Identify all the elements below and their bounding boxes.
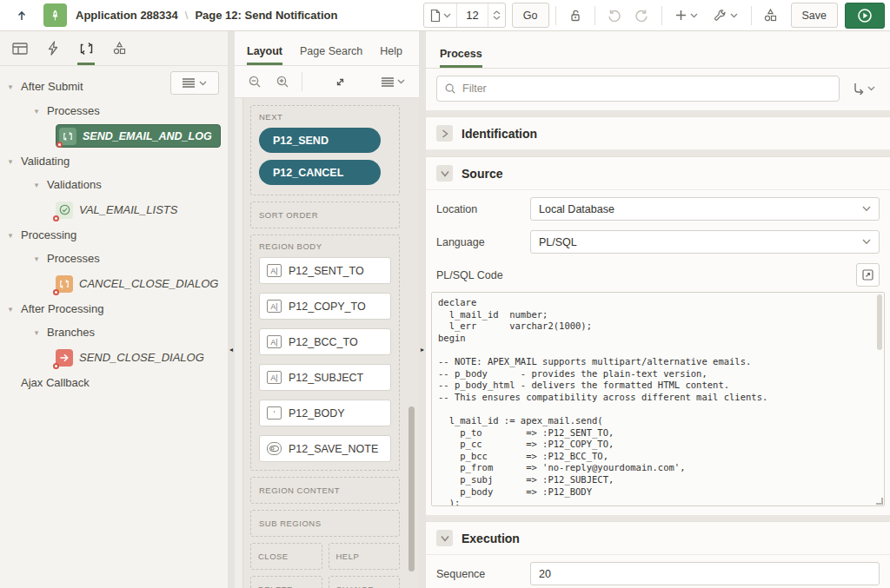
tree-label: CANCEL_CLOSE_DIALOG xyxy=(79,277,218,290)
tree-group-branches[interactable]: ▾ Branches xyxy=(3,320,221,344)
code-scrollbar[interactable] xyxy=(877,294,882,350)
text-field-icon: A| xyxy=(267,300,282,313)
plsql-code-editor[interactable]: declare l_mail_id number; l_err varchar2… xyxy=(431,292,885,506)
layout-scrollbar[interactable] xyxy=(408,406,415,571)
position-label: REGION BODY xyxy=(259,241,391,251)
chevron-down-icon[interactable]: ▾ xyxy=(5,83,16,91)
chevron-down-icon[interactable] xyxy=(436,165,453,182)
sequence-input[interactable]: 20 xyxy=(530,562,880,585)
error-badge xyxy=(53,363,59,369)
tree-group-ajax-callback[interactable]: Ajax Callback xyxy=(3,371,221,394)
rendering-tree-panel: ▾ After Submit ▾ Processes SEND_EMAIL_AN… xyxy=(0,31,228,588)
chevron-right-icon[interactable] xyxy=(436,125,453,142)
filter-field[interactable] xyxy=(436,76,840,102)
close-position-button[interactable]: CLOSE xyxy=(250,543,322,570)
location-select[interactable]: Local Database xyxy=(530,197,880,221)
language-label: Language xyxy=(436,236,530,248)
tree-group-processes[interactable]: ▾ Processes xyxy=(3,99,221,122)
redo-icon[interactable] xyxy=(629,3,655,28)
error-badge xyxy=(53,215,59,221)
create-menu-button[interactable] xyxy=(668,3,705,28)
middle-panel-tabs: Layout Page Search Help xyxy=(235,31,419,66)
tree-node-send-email-and-log[interactable]: SEND_EMAIL_AND_LOG xyxy=(3,122,221,149)
page-selector: 12 xyxy=(423,3,505,28)
filter-input[interactable] xyxy=(462,83,832,95)
tree-group-validations[interactable]: ▾ Validations xyxy=(3,173,221,196)
tab-help[interactable]: Help xyxy=(380,45,402,65)
undo-icon[interactable] xyxy=(601,3,628,28)
delete-position-button[interactable]: DELETE xyxy=(250,576,322,588)
region-body-position: REGION BODY A| P12_SENT_TO A| P12_COPY_T… xyxy=(250,235,400,471)
tree-menu-button[interactable] xyxy=(170,71,219,95)
expand-icon[interactable] xyxy=(328,69,354,94)
resize-handle-icon[interactable] xyxy=(876,498,883,505)
shared-components-icon[interactable] xyxy=(758,3,784,28)
collapse-left-icon[interactable]: ◂ xyxy=(228,342,235,356)
tree-node-cancel-close-dialog[interactable]: CANCEL_CLOSE_DIALOG xyxy=(3,270,221,297)
chevron-down-icon[interactable]: ▾ xyxy=(5,231,16,240)
zoom-in-icon[interactable] xyxy=(269,69,296,94)
breadcrumb-app[interactable]: Application 288334 xyxy=(76,9,178,22)
layout-toolbar xyxy=(235,66,419,98)
item-p12-copy-to[interactable]: A| P12_COPY_TO xyxy=(259,293,391,320)
tab-rendering-icon[interactable] xyxy=(3,31,37,65)
chevron-down-icon[interactable]: ▾ xyxy=(5,305,16,314)
chevron-down-icon[interactable]: ▾ xyxy=(31,181,42,189)
go-to-group-button[interactable] xyxy=(847,76,881,101)
up-arrow-button[interactable] xyxy=(9,3,35,28)
tab-dynamic-actions-icon[interactable] xyxy=(37,31,70,65)
language-select[interactable]: PL/SQL xyxy=(530,230,880,254)
item-label: P12_SENT_TO xyxy=(289,265,364,277)
tab-process[interactable]: Process xyxy=(440,48,482,68)
item-p12-save-note[interactable]: P12_SAVE_NOTE xyxy=(259,435,391,462)
layout-menu-button[interactable] xyxy=(374,69,412,94)
chevron-down-icon[interactable] xyxy=(436,530,453,546)
button-p12-send[interactable]: P12_SEND xyxy=(259,128,381,153)
chevron-down-icon[interactable]: ▾ xyxy=(31,254,42,263)
divider xyxy=(302,72,302,91)
text-field-icon: A| xyxy=(267,264,282,277)
item-p12-sent-to[interactable]: A| P12_SENT_TO xyxy=(259,257,391,284)
rocket-app-icon[interactable] xyxy=(43,3,67,27)
tree-group-processes-2[interactable]: ▾ Processes xyxy=(3,247,221,270)
tree-node-val-email-lists[interactable]: VAL_EMAIL_LISTS xyxy=(3,196,221,223)
chevron-down-icon[interactable]: ▾ xyxy=(31,328,42,337)
tree-group-processing[interactable]: ▾ Processing xyxy=(3,223,221,247)
run-page-button[interactable] xyxy=(845,3,885,29)
tab-layout[interactable]: Layout xyxy=(247,45,282,65)
code-editor-expand-icon[interactable] xyxy=(856,263,880,287)
tree-group-after-processing[interactable]: ▾ After Processing xyxy=(3,297,221,320)
tree-group-validating[interactable]: ▾ Validating xyxy=(3,149,221,173)
change-position-button[interactable]: CHANGE xyxy=(329,576,401,588)
execution-section: Execution Sequence 20 Point After Submit xyxy=(426,521,890,588)
tab-shared-components-icon[interactable] xyxy=(103,31,136,65)
utilities-wrench-button[interactable] xyxy=(707,3,745,28)
validation-icon xyxy=(56,202,73,219)
help-position-button[interactable]: HELP xyxy=(329,543,401,570)
go-button[interactable]: Go xyxy=(512,3,549,28)
page-number-stepper[interactable] xyxy=(488,3,505,27)
tree-node-send-close-dialog[interactable]: SEND_CLOSE_DIALOG xyxy=(3,344,221,371)
tab-page-search[interactable]: Page Search xyxy=(300,45,362,65)
right-splitter[interactable]: ▸ xyxy=(419,31,426,588)
lock-icon[interactable] xyxy=(562,3,588,28)
zoom-out-icon[interactable] xyxy=(242,69,268,94)
sub-regions-position[interactable]: SUB REGIONS xyxy=(250,510,400,537)
chevron-down-icon[interactable]: ▾ xyxy=(31,107,42,116)
region-content-position[interactable]: REGION CONTENT xyxy=(250,477,400,504)
sort-order-position[interactable]: SORT ORDER xyxy=(250,202,400,228)
text-field-icon: A| xyxy=(267,335,282,348)
item-p12-subject[interactable]: A| P12_SUBJECT xyxy=(259,364,391,391)
page-finder-icon[interactable] xyxy=(424,3,457,27)
tree-label: After Submit xyxy=(21,80,83,93)
tab-processing-icon[interactable] xyxy=(70,31,103,65)
chevron-down-icon[interactable]: ▾ xyxy=(5,157,16,166)
item-p12-body[interactable]: ' P12_BODY xyxy=(259,400,391,426)
item-label: P12_SAVE_NOTE xyxy=(289,443,378,455)
button-p12-cancel[interactable]: P12_CANCEL xyxy=(259,160,381,185)
collapse-right-icon[interactable]: ▸ xyxy=(419,342,426,356)
page-number-input[interactable]: 12 xyxy=(457,9,487,22)
item-p12-bcc-to[interactable]: A| P12_BCC_TO xyxy=(259,328,391,355)
left-splitter[interactable]: ◂ xyxy=(228,31,235,588)
save-button[interactable]: Save xyxy=(791,3,839,28)
